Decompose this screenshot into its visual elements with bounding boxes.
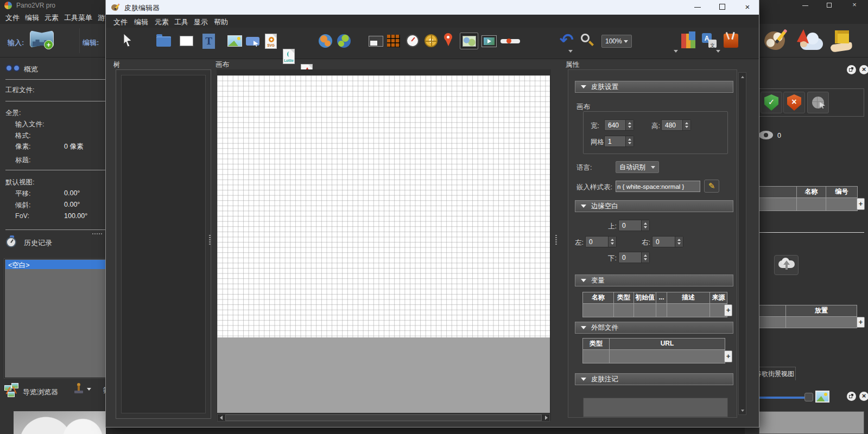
cell[interactable] xyxy=(633,303,656,317)
history-list[interactable]: <空白> xyxy=(4,259,106,378)
skin-menu-elements[interactable]: 元素 xyxy=(155,17,169,27)
add-input-panorama-button[interactable]: + xyxy=(30,29,55,51)
margin-left-spinner[interactable]: 0 xyxy=(585,236,617,247)
canvas-viewport[interactable] xyxy=(217,69,551,421)
cell[interactable] xyxy=(582,303,614,317)
skin-close-button[interactable]: × xyxy=(738,0,757,14)
stylesheet-field[interactable]: n { white-space:normal } xyxy=(616,181,700,192)
cell[interactable] xyxy=(582,349,610,363)
panel-float-button[interactable] xyxy=(847,65,856,74)
undo-button[interactable]: ↶ xyxy=(560,30,574,50)
preview-dropdown-arrow[interactable] xyxy=(674,50,678,53)
translate-dropdown-arrow[interactable] xyxy=(716,50,720,53)
undo-dropdown-arrow[interactable] xyxy=(568,50,573,53)
skin-notes-textarea[interactable] xyxy=(583,398,728,417)
theme-colors-button[interactable] xyxy=(681,34,695,48)
menu-elements[interactable]: 元素 xyxy=(45,13,59,23)
language-dropdown[interactable]: 自动识别 xyxy=(616,161,659,173)
gauge-tool-icon[interactable] xyxy=(406,34,419,47)
compass-tool-icon[interactable] xyxy=(425,34,438,47)
protect-on-button[interactable]: ✓ xyxy=(761,92,782,113)
translate-button[interactable]: A文 xyxy=(702,33,717,48)
canvas-properties-splitter[interactable] xyxy=(555,235,557,245)
tour-thumbnail-image[interactable] xyxy=(14,411,106,434)
spin-buttons[interactable] xyxy=(675,237,683,247)
vscroll-down-button[interactable] xyxy=(739,406,746,414)
margin-right-spinner[interactable]: 0 xyxy=(652,236,683,247)
section-skin-notes[interactable]: 皮肤注记 xyxy=(575,373,733,385)
grid-value[interactable]: 1 xyxy=(605,136,625,146)
svg-file-tool-icon[interactable]: SVG xyxy=(265,34,277,49)
main-close-button[interactable]: × xyxy=(846,1,863,10)
menu-file[interactable]: 文件 xyxy=(5,13,20,23)
domain-button[interactable] xyxy=(807,92,829,113)
panel-close-button[interactable]: × xyxy=(859,65,868,74)
tree-panel[interactable] xyxy=(116,69,211,419)
text-tool-icon[interactable]: T xyxy=(202,34,215,49)
zoom-slider-handle[interactable] xyxy=(804,393,813,401)
select-tool-icon[interactable] xyxy=(122,33,133,47)
hscroll-thumb[interactable] xyxy=(225,414,542,421)
cell[interactable] xyxy=(667,303,710,317)
margin-bottom-spinner[interactable]: 0 xyxy=(618,252,650,263)
timeline-tool-icon[interactable] xyxy=(500,39,520,43)
image-quality-icon[interactable] xyxy=(815,391,829,403)
section-external-files[interactable]: 外部文件 xyxy=(575,322,733,334)
hotspot-pin-tool-icon[interactable] xyxy=(444,33,453,48)
street-view-tab[interactable]: 谷歌街景视图 xyxy=(752,367,796,380)
viewer-tool-icon[interactable] xyxy=(369,36,383,47)
height-value[interactable]: 480 xyxy=(662,120,682,130)
output-button[interactable] xyxy=(828,27,856,54)
height-spinner[interactable]: 480 xyxy=(661,119,691,131)
canvas-hscrollbar[interactable] xyxy=(217,414,550,422)
properties-vscrollbar[interactable] xyxy=(738,72,746,415)
skin-minimize-button[interactable] xyxy=(688,0,707,14)
zoom-level-combo[interactable]: 100% xyxy=(601,35,632,48)
cell[interactable] xyxy=(796,197,826,211)
gnome-cloud-button[interactable] xyxy=(796,27,824,54)
web-element-tool-icon[interactable] xyxy=(319,34,332,48)
add-row-button[interactable]: + xyxy=(857,317,865,328)
scroll-left-button[interactable] xyxy=(218,416,224,420)
width-spinner[interactable]: 640 xyxy=(604,119,634,131)
skin-menu-file[interactable]: 文件 xyxy=(113,17,128,27)
skin-canvas-grid[interactable] xyxy=(217,75,550,337)
hotspot-template-tool-icon[interactable] xyxy=(246,37,259,46)
history-item-selected[interactable]: <空白> xyxy=(5,260,105,269)
skin-editor-button[interactable] xyxy=(763,27,790,54)
stylesheet-edit-button[interactable]: ✎ xyxy=(704,180,719,193)
width-value[interactable]: 640 xyxy=(605,120,625,130)
protect-off-button[interactable]: × xyxy=(783,92,805,113)
stamp-dropdown-button[interactable] xyxy=(74,383,92,397)
spin-buttons[interactable] xyxy=(625,120,633,130)
spin-buttons[interactable] xyxy=(625,136,633,146)
margin-right-value[interactable]: 0 xyxy=(652,237,675,247)
tree-inner[interactable] xyxy=(121,75,206,413)
cell[interactable] xyxy=(609,349,725,363)
zoom-tool-icon[interactable] xyxy=(580,33,595,48)
spin-buttons[interactable] xyxy=(682,120,690,130)
scroll-right-button[interactable] xyxy=(543,416,549,420)
section-margins[interactable]: 边缘空白 xyxy=(575,200,733,212)
skin-menu-help[interactable]: 帮助 xyxy=(214,17,228,27)
cell[interactable] xyxy=(785,316,857,328)
cell[interactable] xyxy=(613,303,634,317)
add-row-button[interactable]: + xyxy=(857,198,865,210)
cell[interactable] xyxy=(656,303,667,317)
spin-buttons[interactable] xyxy=(641,220,649,231)
upload-button[interactable] xyxy=(774,255,799,275)
menu-tools[interactable]: 工具菜单 xyxy=(64,13,92,23)
network-tool-icon[interactable] xyxy=(337,34,351,48)
main-minimize-button[interactable] xyxy=(797,1,813,10)
vscroll-up-button[interactable] xyxy=(739,73,746,81)
add-external-file-button[interactable]: + xyxy=(724,350,732,362)
rectangle-tool-icon[interactable] xyxy=(180,36,193,46)
skin-editor-titlebar[interactable]: 皮肤编辑器 × xyxy=(106,0,759,15)
spin-buttons[interactable] xyxy=(641,252,649,263)
margin-top-value[interactable]: 0 xyxy=(619,220,641,231)
skin-menu-view[interactable]: 显示 xyxy=(194,17,208,27)
panel-float-button[interactable] xyxy=(847,392,856,401)
margin-left-value[interactable]: 0 xyxy=(586,237,608,247)
video-tool-icon[interactable] xyxy=(481,35,497,47)
add-variable-button[interactable]: + xyxy=(724,304,732,316)
